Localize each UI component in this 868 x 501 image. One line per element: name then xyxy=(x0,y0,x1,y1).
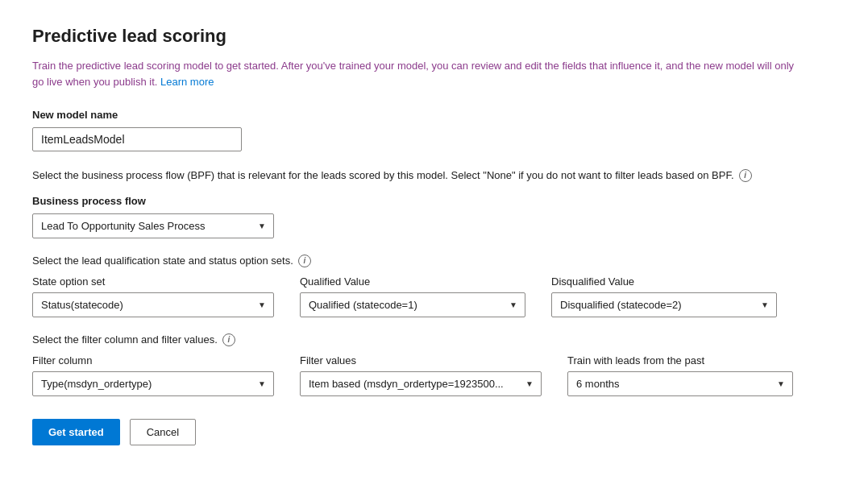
button-row: Get started Cancel xyxy=(32,419,836,445)
description-main: Train the predictive lead scoring model … xyxy=(32,60,794,88)
qualified-dropdown-wrapper: Qualified (statecode=1) ▼ xyxy=(300,292,525,317)
filter-col-group: Filter column Type(msdyn_ordertype) ▼ xyxy=(32,354,274,396)
filter-col-label: Filter column xyxy=(32,354,274,366)
months-group: Train with leads from the past 6 months … xyxy=(567,354,793,396)
filter-col-dropdown-wrapper: Type(msdyn_ordertype) ▼ xyxy=(32,371,274,396)
bpf-note: Select the business process flow (BPF) t… xyxy=(32,168,822,184)
learn-more-link[interactable]: Learn more xyxy=(160,76,214,88)
description-text: Train the predictive lead scoring model … xyxy=(32,58,806,89)
months-label: Train with leads from the past xyxy=(567,354,793,366)
qualified-group: Qualified Value Qualified (statecode=1) … xyxy=(300,275,525,317)
bpf-label: Business process flow xyxy=(32,195,836,207)
filter-val-group: Filter values Item based (msdyn_ordertyp… xyxy=(300,354,542,396)
state-group: State option set Status(statecode) ▼ xyxy=(32,275,274,317)
qualified-dropdown[interactable]: Qualified (statecode=1) xyxy=(300,292,525,317)
state-label: State option set xyxy=(32,275,274,288)
get-started-button[interactable]: Get started xyxy=(32,419,120,445)
filter-note: Select the filter column and filter valu… xyxy=(32,333,836,346)
filter-val-dropdown[interactable]: Item based (msdyn_ordertype=1923500... xyxy=(300,371,542,396)
model-name-label: New model name xyxy=(32,109,836,121)
disqualified-dropdown[interactable]: Disqualified (statecode=2) xyxy=(551,292,777,317)
bpf-info-icon: i xyxy=(739,169,752,182)
months-dropdown-wrapper: 6 months 3 months 12 months 24 months ▼ xyxy=(567,371,793,396)
filter-val-label: Filter values xyxy=(300,354,542,366)
state-dropdown[interactable]: Status(statecode) xyxy=(32,292,274,317)
qualification-note: Select the lead qualification state and … xyxy=(32,255,836,267)
bpf-dropdown-wrapper: Lead To Opportunity Sales Process None ▼ xyxy=(32,213,274,238)
disqualified-dropdown-wrapper: Disqualified (statecode=2) ▼ xyxy=(551,292,777,317)
cancel-button[interactable]: Cancel xyxy=(130,419,196,445)
state-dropdown-wrapper: Status(statecode) ▼ xyxy=(32,292,274,317)
page-title: Predictive lead scoring xyxy=(32,26,836,47)
qualified-label: Qualified Value xyxy=(300,275,525,288)
filter-val-dropdown-wrapper: Item based (msdyn_ordertype=1923500... ▼ xyxy=(300,371,542,396)
disqualified-label: Disqualified Value xyxy=(551,275,777,288)
months-dropdown[interactable]: 6 months 3 months 12 months 24 months xyxy=(567,371,793,396)
model-name-input[interactable] xyxy=(32,127,242,151)
filter-col-dropdown[interactable]: Type(msdyn_ordertype) xyxy=(32,371,274,396)
qualification-info-icon: i xyxy=(298,255,311,267)
bpf-dropdown[interactable]: Lead To Opportunity Sales Process None xyxy=(32,213,274,238)
disqualified-group: Disqualified Value Disqualified (stateco… xyxy=(551,275,777,317)
filter-info-icon: i xyxy=(222,333,235,346)
